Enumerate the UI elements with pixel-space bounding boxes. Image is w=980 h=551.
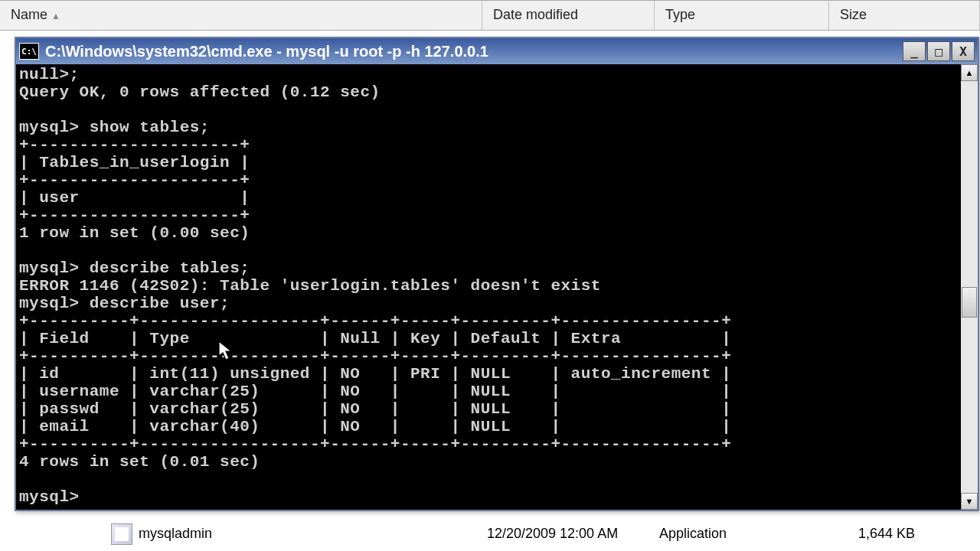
left-panel-edge: [0, 31, 15, 517]
explorer-column-headers: Name ▲ Date modified Type Size: [0, 0, 980, 31]
terminal-output[interactable]: null>; Query OK, 0 rows affected (0.12 s…: [16, 64, 961, 510]
application-icon: [111, 523, 132, 545]
maximize-button[interactable]: □: [927, 41, 950, 61]
window-titlebar[interactable]: C:\ C:\Windows\system32\cmd.exe - mysql …: [16, 38, 978, 64]
sort-asc-icon: ▲: [51, 11, 60, 21]
cmd-icon: C:\: [19, 43, 39, 60]
minimize-button[interactable]: _: [903, 41, 926, 61]
close-button[interactable]: X: [952, 41, 975, 61]
scroll-thumb[interactable]: [962, 287, 977, 318]
file-list-item[interactable]: mysqladmin 12/20/2009 12:00 AM Applicati…: [0, 517, 980, 551]
file-size: 1,644 KB: [858, 526, 980, 542]
column-name-header[interactable]: Name ▲: [0, 1, 482, 30]
command-prompt-window: C:\ C:\Windows\system32\cmd.exe - mysql …: [15, 37, 979, 511]
column-size-header[interactable]: Size: [829, 1, 980, 30]
column-type-header[interactable]: Type: [655, 1, 829, 30]
scroll-down-button[interactable]: ▼: [961, 493, 978, 510]
scroll-track[interactable]: [961, 81, 978, 493]
file-date: 12/20/2009 12:00 AM: [487, 526, 659, 542]
vertical-scrollbar[interactable]: ▲ ▼: [961, 64, 978, 510]
file-type: Application: [659, 526, 858, 542]
window-title: C:\Windows\system32\cmd.exe - mysql -u r…: [45, 43, 903, 60]
scroll-up-button[interactable]: ▲: [961, 64, 978, 81]
file-name: mysqladmin: [139, 526, 487, 542]
column-date-header[interactable]: Date modified: [482, 1, 655, 30]
